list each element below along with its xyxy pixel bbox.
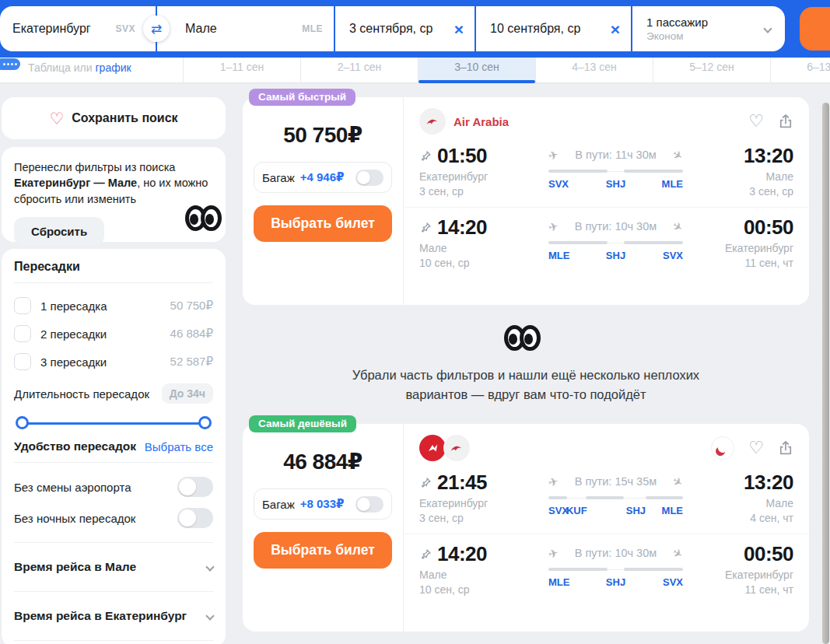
air-arabia-logo	[443, 435, 470, 461]
share-icon[interactable]	[778, 440, 793, 456]
baggage-toggle[interactable]	[355, 170, 383, 186]
transfers-title: Пересадки	[14, 260, 213, 274]
no-night-transfers-toggle[interactable]	[177, 508, 213, 528]
eyes-emoji-notice	[504, 325, 541, 351]
flight-leg-outbound[interactable]: 21:45 Екатеринбург 3 сен, ср ✈ В пути: 1…	[404, 463, 809, 534]
transfer-option-1[interactable]: 1 пересадка 50 750₽	[14, 292, 213, 320]
route-bar	[548, 170, 683, 173]
destination-field[interactable]: Мале MLE	[157, 6, 334, 51]
view-toggle-prefix: Таблица или	[28, 61, 95, 74]
favorite-heart-icon[interactable]: ♡	[748, 111, 764, 131]
price-1-transfer: 50 750₽	[170, 299, 213, 313]
no-airport-change-label: Без смены аэропорта	[14, 481, 131, 494]
arrival-time: 13:20	[695, 471, 793, 495]
swap-icon[interactable]: ⇄	[143, 16, 170, 42]
arrival-time: 00:50	[695, 215, 793, 240]
transfer-option-3[interactable]: 3 пересадки 52 587₽	[14, 348, 213, 376]
chevron-down-icon	[763, 24, 772, 33]
tab-5-12-sep[interactable]: 5–12 сен	[653, 58, 770, 83]
slider-handle-max[interactable]	[198, 416, 212, 429]
ticket-card-cheapest: Самый дешёвый 46 884₽ Багаж +8 033₽ Выбр…	[243, 424, 809, 632]
baggage-toggle[interactable]	[355, 496, 383, 513]
tab-6-13-sep[interactable]: 6–13 сен	[770, 58, 830, 83]
checkbox-2-transfers[interactable]	[14, 325, 31, 342]
section-time-to-male[interactable]: Время рейса в Мале	[14, 551, 213, 583]
duration: В пути: 15ч 35м	[559, 475, 674, 488]
airport-code: MLE	[662, 505, 683, 516]
depart-date-field[interactable]: 3 сентября, ср ×	[335, 6, 475, 51]
clear-depart-date-icon[interactable]: ×	[454, 21, 464, 37]
share-icon[interactable]	[778, 114, 793, 129]
transfer-duration-slider[interactable]	[16, 416, 212, 430]
pin-icon[interactable]	[419, 222, 432, 234]
pin-icon[interactable]	[419, 477, 432, 489]
departure-time: 14:20	[437, 215, 487, 240]
checkbox-3-transfers[interactable]	[14, 353, 31, 370]
no-airport-change-toggle[interactable]	[177, 477, 213, 497]
flight-leg-outbound[interactable]: 01:50 Екатеринбург 3 сен, ср ✈ В пути: 1…	[404, 136, 809, 207]
section-time-to-ekaterinburg[interactable]: Время рейса в Екатеринбург	[14, 600, 213, 632]
select-all-link[interactable]: Выбрать все	[145, 440, 213, 453]
departure-date: 10 сен, ср	[419, 257, 536, 269]
eyes-emoji-sidebar	[185, 205, 222, 231]
save-search-button[interactable]: ♡ Сохранить поиск	[2, 97, 226, 139]
airport-code: SHJ	[626, 505, 646, 516]
ticket-price: 46 884₽	[254, 449, 392, 474]
chevron-down-icon	[205, 562, 214, 571]
arrival-date: 3 сен, ср	[695, 185, 793, 198]
tab-3-10-sep-active[interactable]: 3–10 сен	[418, 58, 535, 83]
arrival-date: 4 сен, чт	[695, 512, 793, 524]
pin-icon[interactable]	[419, 548, 432, 561]
tab-2-11-sep[interactable]: 2–11 сен	[300, 58, 418, 83]
tab-1-11-sep[interactable]: 1–11 сен	[183, 58, 300, 83]
airline-name: Air Arabia	[454, 115, 509, 128]
flight-leg-return[interactable]: 14:20 Мале 10 сен, ср ✈ В пути: 10ч 30м …	[404, 207, 809, 278]
airport-code: KUF	[566, 505, 587, 516]
search-button[interactable]	[800, 7, 830, 51]
depart-date-value: 3 сентября, ср	[349, 22, 433, 36]
clear-return-date-icon[interactable]: ×	[611, 21, 620, 37]
tab-4-13-sep[interactable]: 4–13 сен	[535, 58, 653, 83]
checkbox-1-transfer[interactable]	[14, 297, 31, 314]
baggage-option: Багаж +8 033₽	[254, 488, 392, 520]
convenience-title: Удобство пересадок	[14, 439, 136, 453]
fastest-badge: Самый быстрый	[249, 89, 355, 106]
buy-ticket-button[interactable]: Выбрать билет	[254, 532, 392, 569]
transfer-option-2[interactable]: 2 пересадки 46 884₽	[14, 320, 213, 348]
view-widget-icon[interactable]	[0, 58, 20, 70]
duration: В пути: 10ч 30м	[559, 220, 674, 233]
slider-track	[22, 422, 205, 425]
ticket-card-fastest: Самый быстрый 50 750₽ Багаж +4 946₽ Выбр…	[243, 97, 809, 305]
price-3-transfers: 52 587₽	[170, 355, 213, 369]
pin-icon[interactable]	[419, 150, 432, 163]
scrollbar-thumb[interactable]	[822, 103, 829, 644]
route-bar	[548, 568, 683, 571]
filters-panel: Пересадки 1 пересадка 50 750₽ 2 пересадк…	[2, 249, 226, 644]
arrival-date: 11 сен, чт	[695, 583, 793, 596]
price-2-transfers: 46 884₽	[170, 327, 213, 341]
passenger-count: 1 пассажир	[646, 16, 708, 29]
transfer-duration-row: Длительность пересадок До 34ч	[14, 383, 213, 404]
departure-date: 3 сен, ср	[419, 512, 536, 524]
passengers-field[interactable]: 1 пассажир Эконом	[632, 6, 785, 51]
baggage-option: Багаж +4 946₽	[254, 162, 392, 193]
reset-filters-button[interactable]: Сбросить	[14, 217, 104, 246]
origin-field[interactable]: Екатеринбург SVX	[0, 6, 156, 51]
ticket-price: 50 750₽	[254, 122, 392, 148]
cheapest-badge: Самый дешёвый	[249, 415, 356, 432]
airport-code: SHJ	[606, 250, 625, 261]
return-date-field[interactable]: 10 сентября, ср ×	[476, 6, 631, 51]
route-bar	[548, 496, 683, 499]
departure-date: 10 сен, ср	[419, 583, 536, 596]
departure-time: 14:20	[437, 542, 487, 566]
slider-handle-min[interactable]	[16, 416, 29, 429]
duration: В пути: 11ч 30м	[559, 149, 674, 161]
view-toggle-graph-link[interactable]: график	[95, 61, 131, 74]
arrival-city: Мале	[695, 170, 793, 183]
baggage-extra-price: +8 033₽	[300, 497, 345, 511]
flight-leg-return[interactable]: 14:20 Мале 10 сен, ср ✈ В пути: 10ч 30м …	[404, 534, 809, 605]
favorite-heart-icon[interactable]: ♡	[748, 438, 764, 458]
baggage-extra-price: +4 946₽	[300, 170, 345, 184]
buy-ticket-button[interactable]: Выбрать билет	[254, 205, 392, 242]
relaxed-filters-notice: Убрали часть фильтров и нашли ещё нескол…	[243, 366, 809, 404]
